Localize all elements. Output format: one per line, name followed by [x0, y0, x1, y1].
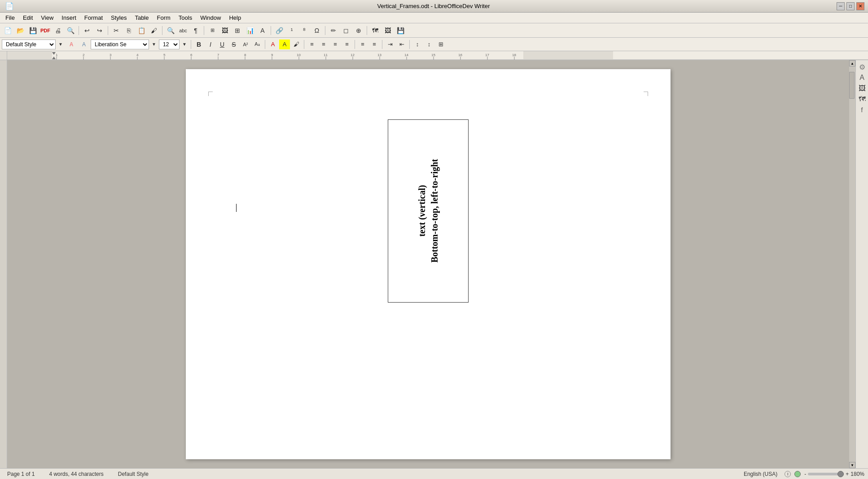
cut-button[interactable]: ✂ [110, 25, 122, 36]
nonprinting-button[interactable]: ⊞ [206, 25, 218, 36]
scroll-thumb[interactable] [849, 72, 855, 99]
ordered-list-button[interactable]: ≡ [369, 40, 380, 49]
highlighting-button[interactable]: A [279, 40, 290, 49]
close-button[interactable]: ✕ [856, 2, 864, 10]
minimize-button[interactable]: ─ [837, 2, 845, 10]
spellcheck-button[interactable]: abc [177, 25, 189, 36]
more-shapes-button[interactable]: ⊕ [353, 25, 364, 36]
font-color-button[interactable]: A [267, 40, 278, 49]
font-color-a-btn[interactable]: A [66, 39, 77, 50]
scroll-down-button[interactable]: ▼ [849, 462, 855, 468]
paste-button[interactable]: 📋 [136, 25, 147, 36]
formatting-marks-button[interactable]: ¶ [190, 25, 202, 36]
font-dropdown-btn[interactable]: ▼ [150, 39, 158, 50]
new-button[interactable]: 📄 [2, 25, 13, 36]
menu-form[interactable]: Form [153, 13, 174, 22]
align-right-button[interactable]: ≡ [330, 40, 341, 49]
insert-special-char-button[interactable]: Ω [311, 25, 323, 36]
scroll-up-button[interactable]: ▲ [849, 60, 855, 66]
menu-insert[interactable]: Insert [58, 13, 80, 22]
menu-tools[interactable]: Tools [175, 13, 196, 22]
insert-table-button[interactable]: ⊞ [232, 25, 243, 36]
gallery-button[interactable]: 🖼 [382, 25, 394, 36]
drawing-button[interactable]: ✏ [328, 25, 339, 36]
superscript-button[interactable]: A² [240, 40, 251, 49]
data-sources-button[interactable]: 💾 [395, 25, 406, 36]
window-controls: ─ □ ✕ [837, 2, 864, 10]
svg-text:6: 6 [190, 53, 193, 57]
align-center-button[interactable]: ≡ [318, 40, 329, 49]
menu-edit[interactable]: Edit [19, 13, 36, 22]
subscript-button[interactable]: A₂ [252, 40, 263, 49]
menu-window[interactable]: Window [197, 13, 224, 22]
properties-panel-button[interactable]: ⚙ [857, 62, 867, 72]
insert-image-button[interactable]: 🖼 [219, 25, 231, 36]
italic-button[interactable]: I [205, 40, 216, 49]
menu-styles[interactable]: Styles [107, 13, 130, 22]
paragraph-spacing-button[interactable]: ↕ [424, 40, 434, 49]
navigator-panel-button[interactable]: 🗺 [857, 94, 867, 104]
zoom-in-button[interactable]: + [846, 471, 849, 477]
copy-button[interactable]: ⎘ [123, 25, 135, 36]
svg-marker-40 [52, 57, 56, 59]
print-preview-button[interactable]: 🔍 [65, 25, 76, 36]
style-selector[interactable]: Default Style [2, 40, 56, 49]
decrease-indent-button[interactable]: ⇤ [396, 40, 407, 49]
print-button[interactable]: 🖨 [52, 25, 64, 36]
menu-file[interactable]: File [2, 13, 18, 22]
menu-format[interactable]: Format [81, 13, 106, 22]
styles-panel-button[interactable]: A [857, 73, 867, 83]
save-button[interactable]: 💾 [27, 25, 39, 36]
document-scroll-area[interactable]: Bottom-to-top, left-to-right text (verti… [7, 60, 849, 468]
svg-text:3: 3 [110, 53, 112, 57]
clone-button[interactable]: 🖌 [148, 25, 160, 36]
unordered-list-button[interactable]: ≡ [357, 40, 368, 49]
font-highlight-btn[interactable]: A [78, 39, 90, 50]
underline-button[interactable]: U [217, 40, 228, 49]
align-justify-button[interactable]: ≡ [342, 40, 352, 49]
character-highlight-button[interactable]: 🖌 [291, 40, 302, 49]
vertical-text-frame[interactable]: Bottom-to-top, left-to-right text (verti… [388, 119, 469, 303]
open-button[interactable]: 📂 [14, 25, 26, 36]
zoom-thumb[interactable] [837, 471, 844, 477]
svg-text:11: 11 [324, 53, 328, 57]
functions-panel-button[interactable]: f [857, 105, 867, 115]
redo-button[interactable]: ↪ [94, 25, 105, 36]
menu-help[interactable]: Help [225, 13, 245, 22]
zoom-out-button[interactable]: - [804, 471, 806, 477]
svg-rect-38 [523, 51, 613, 60]
increase-indent-button[interactable]: ⇥ [385, 40, 395, 49]
insert-endnote-button[interactable]: ⁸ [298, 25, 310, 36]
bold-button[interactable]: B [193, 40, 204, 49]
pdf-button[interactable]: PDF [39, 25, 51, 36]
zoom-slider[interactable] [808, 473, 844, 475]
find-button[interactable]: 🔍 [165, 25, 176, 36]
insert-footnote-button[interactable]: ¹ [286, 25, 298, 36]
shapes-button[interactable]: ◻ [340, 25, 352, 36]
main-area: Bottom-to-top, left-to-right text (verti… [0, 60, 868, 468]
page-info: Page 1 of 1 [4, 471, 38, 477]
menu-table[interactable]: Table [131, 13, 152, 22]
hyperlink-button[interactable]: 🔗 [273, 25, 285, 36]
undo-button[interactable]: ↩ [81, 25, 93, 36]
style-dropdown-btn[interactable]: ▼ [57, 39, 65, 50]
horizontal-ruler: 1 2 3 4 5 6 7 8 9 10 11 12 13 1 [7, 51, 868, 60]
borders-button[interactable]: ⊞ [435, 40, 446, 49]
align-left-button[interactable]: ≡ [307, 40, 317, 49]
svg-rect-37 [7, 51, 52, 60]
line-spacing-button[interactable]: ↕ [412, 40, 423, 49]
menu-view[interactable]: View [37, 13, 57, 22]
vertical-scrollbar[interactable]: ▲ ▼ [849, 60, 855, 468]
insert-chart-button[interactable]: 📊 [244, 25, 256, 36]
zoom-control[interactable]: - + 180% [804, 471, 864, 477]
maximize-button[interactable]: □ [846, 2, 855, 10]
font-name-select[interactable]: Liberation Se [91, 40, 149, 49]
font-size-select[interactable]: 12 [159, 40, 180, 49]
insert-text-box-button[interactable]: A [257, 25, 268, 36]
size-dropdown-btn[interactable]: ▼ [180, 39, 189, 50]
navigator-button[interactable]: 🗺 [369, 25, 381, 36]
scroll-track[interactable] [849, 66, 855, 462]
gallery-panel-button[interactable]: 🖼 [857, 83, 867, 93]
strikethrough-button[interactable]: S [228, 40, 239, 49]
paragraph-style-select[interactable]: Default Style [2, 40, 56, 49]
